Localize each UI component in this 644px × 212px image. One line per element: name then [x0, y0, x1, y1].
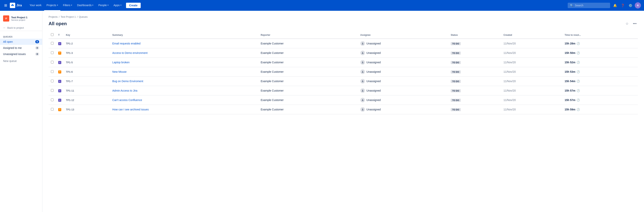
table-row[interactable]: ≡ TP1-2 Email requests enabled Example C… [48, 39, 638, 48]
table-row[interactable]: ≡ TP1-12 Can't access Confluence Example… [48, 95, 638, 105]
nav-apps[interactable]: Apps ▾ [111, 0, 124, 11]
sidebar-item-assigned-to-me[interactable]: Assigned to me 0 [0, 45, 42, 51]
back-to-project-button[interactable]: ← Back to project [0, 25, 42, 31]
row-reporter-cell: Example Customer [258, 48, 358, 58]
row-checkbox[interactable] [51, 42, 54, 45]
avatar[interactable]: R [635, 2, 641, 8]
header-time[interactable]: Time to resol... [562, 31, 638, 39]
row-checkbox-cell[interactable] [48, 105, 56, 114]
table-row[interactable]: ≡ TP1-5 Laptop broken Example Customer U… [48, 58, 638, 67]
row-summary-cell[interactable]: New Mouse [110, 67, 258, 77]
row-summary-cell[interactable]: Laptop broken [110, 58, 258, 67]
status-badge: TO DO [451, 108, 461, 111]
settings-button[interactable]: ⚙️ [627, 2, 634, 9]
row-summary-cell[interactable]: Email requests enabled [110, 39, 258, 48]
row-assignee-cell: Unassigned [358, 67, 448, 77]
table-row[interactable]: ≡ TP1-7 Bug on Demo Enviroment Example C… [48, 77, 638, 86]
row-time-cell: 15h 54m 🕐 [562, 77, 638, 86]
nav-people[interactable]: People ▾ [96, 0, 111, 11]
row-status-cell: TO DO [448, 105, 501, 114]
svg-point-8 [362, 109, 363, 109]
table-row[interactable]: ? TP1-3 Access to Demo environment Examp… [48, 48, 638, 58]
nav-filters[interactable]: Filters ▾ [61, 0, 74, 11]
issue-link[interactable]: Access to Demo environment [112, 51, 148, 54]
row-status-cell: TO DO [448, 39, 501, 48]
status-badge: TO DO [451, 99, 461, 102]
grid-icon[interactable]: ⊞ [3, 2, 8, 9]
row-reporter-cell: Example Customer [258, 86, 358, 95]
row-type-cell: ? [56, 48, 64, 58]
nav-your-work[interactable]: Your work [27, 0, 44, 11]
table-row[interactable]: ≡ TP1-11 Admin Access to Jira Example Cu… [48, 86, 638, 95]
row-summary-cell[interactable]: Can't access Confluence [110, 95, 258, 105]
header-assignee[interactable]: Assignee [358, 31, 448, 39]
sidebar-item-all-open[interactable]: All open 8 [0, 39, 42, 45]
header-status[interactable]: Status [448, 31, 501, 39]
new-queue-button[interactable]: New queue [0, 58, 42, 64]
row-time-cell: 15h 57m 🕐 [562, 86, 638, 95]
row-checkbox[interactable] [51, 80, 54, 82]
time-value: 15h 28m [564, 42, 576, 45]
sidebar: Test Project 1 Service project ← Back to… [0, 11, 42, 212]
issue-link[interactable]: Can't access Confluence [112, 98, 142, 102]
row-checkbox-cell[interactable] [48, 39, 56, 48]
header-created[interactable]: Created [501, 31, 562, 39]
type-icon: ? [58, 108, 61, 111]
clock-icon: 🕐 [576, 70, 580, 73]
svg-point-5 [362, 80, 363, 81]
row-checkbox-cell[interactable] [48, 95, 56, 105]
table-row[interactable]: ? TP1-6 New Mouse Example Customer Unass… [48, 67, 638, 77]
row-checkbox-cell[interactable] [48, 67, 56, 77]
header-key[interactable]: Key [64, 31, 110, 39]
sidebar-item-unassigned-issues[interactable]: Unassigned issues 8 [0, 51, 42, 57]
row-type-cell: ≡ [56, 77, 64, 86]
row-summary-cell[interactable]: Access to Demo environment [110, 48, 258, 58]
notifications-button[interactable]: 🔔 [612, 2, 618, 9]
select-all-checkbox[interactable] [51, 33, 54, 36]
issue-link[interactable]: Admin Access to Jira [112, 89, 138, 92]
header-reporter[interactable]: Reporter [258, 31, 358, 39]
row-key-cell: TP1-11 [64, 86, 110, 95]
search-box[interactable]: 🔍 [568, 3, 610, 8]
row-checkbox[interactable] [51, 89, 54, 92]
type-icon: ≡ [58, 89, 61, 92]
row-time-cell: 15h 28m 🕐 [562, 39, 638, 48]
row-created-cell: 11/Nov/20 [501, 105, 562, 114]
row-created-cell: 11/Nov/20 [501, 67, 562, 77]
row-checkbox[interactable] [51, 98, 54, 101]
issue-link[interactable]: How can I see archived issues [112, 108, 149, 111]
breadcrumb-projects[interactable]: Projects [48, 15, 58, 18]
row-checkbox-cell[interactable] [48, 58, 56, 67]
issue-link[interactable]: New Mouse [112, 70, 126, 73]
row-checkbox-cell[interactable] [48, 86, 56, 95]
nav-dashboards[interactable]: Dashboards ▾ [75, 0, 96, 11]
row-checkbox[interactable] [51, 70, 54, 73]
breadcrumb-project[interactable]: Test Project 1 [61, 15, 76, 18]
row-assignee-cell: Unassigned [358, 105, 448, 114]
row-key-cell: TP1-7 [64, 77, 110, 86]
header-checkbox[interactable] [48, 31, 56, 39]
issue-link[interactable]: Laptop broken [112, 61, 130, 64]
more-button[interactable]: ••• [632, 20, 638, 27]
row-type-cell: ? [56, 67, 64, 77]
nav-projects[interactable]: Projects ▾ [44, 0, 60, 11]
row-checkbox-cell[interactable] [48, 77, 56, 86]
help-button[interactable]: ❓ [619, 2, 626, 9]
assignee-avatar [360, 60, 365, 65]
jira-logo[interactable]: Jira [10, 3, 22, 8]
row-checkbox[interactable] [51, 61, 54, 63]
issue-link[interactable]: Bug on Demo Enviroment [112, 80, 143, 83]
row-summary-cell[interactable]: Bug on Demo Enviroment [110, 77, 258, 86]
row-checkbox-cell[interactable] [48, 48, 56, 58]
search-input[interactable] [575, 4, 602, 7]
create-button[interactable]: Create [126, 3, 141, 8]
row-checkbox[interactable] [51, 51, 54, 54]
header-summary[interactable]: Summary [110, 31, 258, 39]
jira-logo-text: Jira [16, 4, 22, 7]
table-row[interactable]: ? TP1-13 How can I see archived issues E… [48, 105, 638, 114]
row-checkbox[interactable] [51, 108, 54, 111]
issue-link[interactable]: Email requests enabled [112, 42, 140, 45]
row-summary-cell[interactable]: How can I see archived issues [110, 105, 258, 114]
row-summary-cell[interactable]: Admin Access to Jira [110, 86, 258, 95]
star-button[interactable]: ☆ [624, 20, 630, 27]
